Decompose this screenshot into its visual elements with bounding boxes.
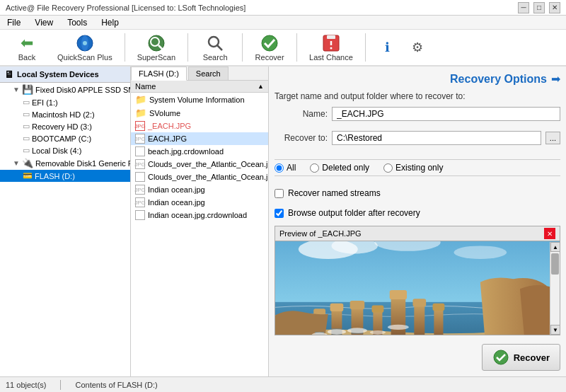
search-button[interactable]: Search [194,30,236,65]
drive-icon-3: ▭ [23,122,30,131]
browse-button[interactable]: ... [545,132,560,144]
quickscan-icon [75,33,95,53]
search-label: Search [203,53,228,62]
superscan-button[interactable]: SuperScan [131,30,182,65]
removable-label: Removable Disk1 Generic Fla... [35,159,130,168]
scroll-thumb[interactable] [551,253,559,275]
tree-efi[interactable]: ▭ EFI (1:) [0,96,130,108]
search-icon [205,33,225,53]
lastchance-label: Last Chance [309,53,353,62]
file-icon-5 [135,146,145,156]
tree-flash[interactable]: 💳 FLASH (D:) [0,170,130,182]
name-field-label: Name: [275,109,328,119]
tree-recovery[interactable]: ▭ Recovery HD (3:) [0,120,130,132]
recover-button[interactable]: Recover [482,344,560,371]
recovery-title: Recovery Options [450,73,547,86]
superscan-label: SuperScan [137,53,175,62]
close-button[interactable]: ✕ [549,2,560,13]
list-item[interactable]: Clouds_over_the_Atlantic_Ocean.jpg.crdo [131,171,268,183]
usb-icon: 🔌 [22,158,33,168]
svg-point-8 [262,35,277,51]
svg-rect-30 [412,299,426,306]
recover-button-label: Recover [514,352,550,363]
tab-flash[interactable]: FLASH (D:) [131,67,187,81]
disk-icon: 💾 [22,84,33,95]
file-name-4: EACH.JPG [148,134,187,143]
list-item[interactable]: JPG Indian ocean.jpg [131,183,268,196]
tree-bootcamp[interactable]: ▭ BOOTCAMP (C:) [0,132,130,144]
minimize-button[interactable]: ─ [518,2,529,13]
list-item[interactable]: JPG Clouds_over_the_Atlantic_Ocean.jpg [131,158,268,171]
local-devices-icon: 🖥 [4,69,14,80]
radio-options-row: All Deleted only Existing only [275,159,560,176]
toolbar-separator-4 [296,33,297,62]
tree-local4[interactable]: ▭ Local Disk (4:) [0,144,130,156]
tab-search[interactable]: Search [188,67,229,80]
recover-to-field-row: Recover to: ... [275,131,560,145]
svg-point-38 [347,328,367,333]
tree-removable[interactable]: ▼ 🔌 Removable Disk1 Generic Fla... [0,156,130,170]
menu-help[interactable]: Help [98,18,122,28]
list-item[interactable]: JPG _EACH.JPG [131,120,268,132]
tree-disk0[interactable]: ▼ 💾 Fixed Disk0 APPLE SSD SM05... [0,83,130,96]
status-objects: 11 object(s) [6,381,46,389]
browse-output-checkbox[interactable] [275,209,284,218]
name-column-header: Name [135,82,156,91]
file-name-2: SVolume [149,109,180,117]
file-name-5: beach.jpg.crdownload [148,147,224,156]
radio-all-input[interactable] [275,163,284,173]
quickscan-label: QuickScan Plus [57,53,112,62]
maximize-button[interactable]: □ [533,2,545,13]
preview-close-button[interactable]: ✕ [544,228,555,239]
named-streams-checkbox[interactable] [275,189,284,198]
back-button[interactable]: ⬅ Back [6,30,48,65]
radio-deleted-input[interactable] [310,163,319,173]
flash-icon: 💳 [23,171,33,180]
menu-view[interactable]: View [32,18,56,28]
checkbox-named-streams: Recover named streams [275,188,560,198]
local4-label: Local Disk (4:) [32,146,81,155]
scroll-up-button[interactable]: ▲ [550,242,560,252]
macintosh-label: Macintosh HD (2:) [32,110,95,119]
settings-button[interactable]: ⚙ [404,34,431,61]
list-item[interactable]: Indian ocean.jpg.crdownload [131,209,268,221]
list-item[interactable]: 📁 SVolume [131,106,268,120]
menu-tools[interactable]: Tools [64,18,90,28]
list-item[interactable]: 📁 System Volume Information [131,93,268,106]
recover-to-input[interactable] [332,131,541,145]
radio-deleted[interactable]: Deleted only [310,163,369,173]
svg-rect-31 [434,307,443,335]
tab-bar: FLASH (D:) Search [131,67,268,81]
list-item[interactable]: beach.jpg.crdownload [131,145,268,158]
menu-file[interactable]: File [4,18,23,28]
drive-icon-2: ▭ [23,110,30,119]
lastchance-button[interactable]: Last Chance [303,30,359,65]
radio-existing-input[interactable] [383,163,393,173]
back-label: Back [18,53,35,62]
folder-icon-2: 📁 [135,108,146,118]
recovery-header: Recovery Options ➡ [275,72,560,86]
file-name-8: Indian ocean.jpg [148,185,205,194]
svg-rect-28 [390,290,407,299]
back-icon: ⬅ [17,33,37,53]
radio-all[interactable]: All [275,163,296,173]
recover-toolbar-button[interactable]: Recover [248,30,291,65]
file-name-3: _EACH.JPG [148,122,191,130]
svg-point-41 [494,350,508,364]
info-button[interactable]: ℹ [374,34,401,61]
tree-macintosh[interactable]: ▭ Macintosh HD (2:) [0,108,130,120]
sort-icon: ▲ [258,83,264,90]
scroll-down-button[interactable]: ▼ [550,325,560,335]
name-input[interactable] [332,107,560,121]
expand-icon: ▼ [13,86,20,93]
list-item[interactable]: JPG EACH.JPG [131,132,268,145]
middle-panel: FLASH (D:) Search Name ▲ 📁 System Volume… [131,67,269,376]
list-item[interactable]: JPG Indian ocean.jpg [131,196,268,209]
file-name-10: Indian ocean.jpg.crdownload [148,211,247,219]
radio-existing[interactable]: Existing only [383,163,443,173]
quickscan-button[interactable]: QuickScan Plus [51,30,119,65]
file-list-header[interactable]: Name ▲ [131,81,268,93]
preview-scrollbar[interactable]: ▲ ▼ [550,242,560,335]
drive-icon-5: ▭ [23,146,30,155]
radio-all-label: All [287,163,296,173]
